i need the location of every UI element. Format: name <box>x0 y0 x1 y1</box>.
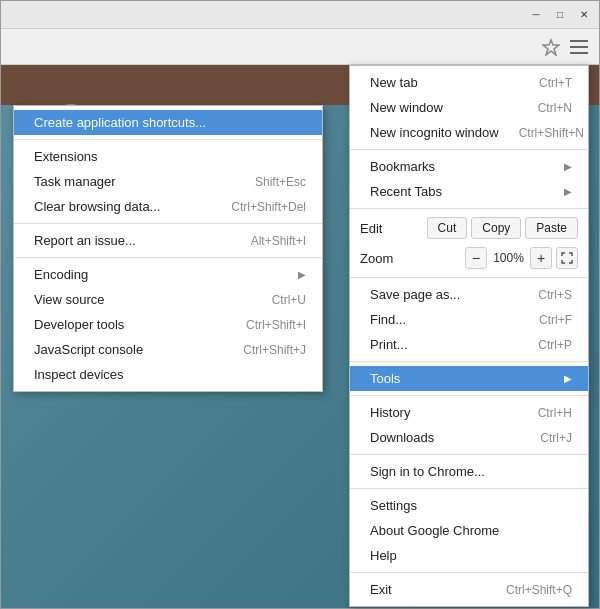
maximize-button[interactable]: □ <box>549 5 571 25</box>
zoom-controls: − 100% + <box>465 247 578 269</box>
right-sep-1 <box>350 149 588 150</box>
menu-label-inspect-devices: Inspect devices <box>34 367 124 382</box>
tools-submenu: Create application shortcuts... Extensio… <box>13 105 323 392</box>
shortcut-history: Ctrl+H <box>538 406 572 420</box>
copy-button[interactable]: Copy <box>471 217 521 239</box>
shortcut-exit: Ctrl+Shift+Q <box>506 583 572 597</box>
menu-item-new-window[interactable]: New window Ctrl+N <box>350 95 588 120</box>
menu-label-sign-in: Sign in to Chrome... <box>370 464 485 479</box>
shortcut-save-page-as: Ctrl+S <box>538 288 572 302</box>
minimize-button[interactable]: ─ <box>525 5 547 25</box>
shortcut-new-tab: Ctrl+T <box>539 76 572 90</box>
menu-item-downloads[interactable]: Downloads Ctrl+J <box>350 425 588 450</box>
right-sep-3 <box>350 277 588 278</box>
svg-rect-3 <box>570 52 588 54</box>
menu-item-clear-browsing-data[interactable]: Clear browsing data... Ctrl+Shift+Del <box>14 194 322 219</box>
shortcut-new-incognito-window: Ctrl+Shift+N <box>519 126 584 140</box>
menu-label-save-page-as: Save page as... <box>370 287 460 302</box>
menu-item-task-manager[interactable]: Task manager Shift+Esc <box>14 169 322 194</box>
menu-item-create-app-shortcuts[interactable]: Create application shortcuts... <box>14 110 322 135</box>
menu-item-new-tab[interactable]: New tab Ctrl+T <box>350 70 588 95</box>
menu-item-help[interactable]: Help <box>350 543 588 568</box>
menu-label-print: Print... <box>370 337 408 352</box>
menu-label-about-chrome: About Google Chrome <box>370 523 499 538</box>
zoom-row: Zoom − 100% + <box>350 243 588 273</box>
menu-label-clear-browsing-data: Clear browsing data... <box>34 199 160 214</box>
menu-label-extensions: Extensions <box>34 149 98 164</box>
menu-item-bookmarks[interactable]: Bookmarks ▶ <box>350 154 588 179</box>
menu-label-javascript-console: JavaScript console <box>34 342 143 357</box>
bookmarks-arrow-icon: ▶ <box>564 161 572 172</box>
svg-rect-1 <box>570 40 588 42</box>
menu-item-about-chrome[interactable]: About Google Chrome <box>350 518 588 543</box>
shortcut-new-window: Ctrl+N <box>538 101 572 115</box>
shortcut-downloads: Ctrl+J <box>540 431 572 445</box>
menu-item-exit[interactable]: Exit Ctrl+Shift+Q <box>350 577 588 602</box>
menu-label-report-issue: Report an issue... <box>34 233 136 248</box>
encoding-arrow-icon: ▶ <box>298 269 306 280</box>
chrome-menu-icon[interactable] <box>565 33 593 61</box>
close-button[interactable]: ✕ <box>573 5 595 25</box>
right-sep-7 <box>350 488 588 489</box>
zoom-plus-button[interactable]: + <box>530 247 552 269</box>
left-menu-sep-2 <box>14 223 322 224</box>
menu-label-exit: Exit <box>370 582 392 597</box>
menu-item-view-source[interactable]: View source Ctrl+U <box>14 287 322 312</box>
menu-item-report-issue[interactable]: Report an issue... Alt+Shift+I <box>14 228 322 253</box>
menu-item-inspect-devices[interactable]: Inspect devices <box>14 362 322 387</box>
menu-item-encoding[interactable]: Encoding ▶ <box>14 262 322 287</box>
menu-label-new-tab: New tab <box>370 75 418 90</box>
menu-item-settings[interactable]: Settings <box>350 493 588 518</box>
menu-label-bookmarks: Bookmarks <box>370 159 435 174</box>
zoom-label: Zoom <box>360 251 465 266</box>
right-sep-6 <box>350 454 588 455</box>
menu-label-settings: Settings <box>370 498 417 513</box>
paste-button[interactable]: Paste <box>525 217 578 239</box>
shortcut-clear-browsing-data: Ctrl+Shift+Del <box>231 200 306 214</box>
menu-item-sign-in[interactable]: Sign in to Chrome... <box>350 459 588 484</box>
title-bar: ─ □ ✕ <box>1 1 599 29</box>
menu-label-downloads: Downloads <box>370 430 434 445</box>
menu-item-find[interactable]: Find... Ctrl+F <box>350 307 588 332</box>
shortcut-javascript-console: Ctrl+Shift+J <box>243 343 306 357</box>
svg-rect-2 <box>570 46 588 48</box>
menu-label-new-incognito-window: New incognito window <box>370 125 499 140</box>
menu-label-help: Help <box>370 548 397 563</box>
menu-item-print[interactable]: Print... Ctrl+P <box>350 332 588 357</box>
menu-item-javascript-console[interactable]: JavaScript console Ctrl+Shift+J <box>14 337 322 362</box>
menu-item-extensions[interactable]: Extensions <box>14 144 322 169</box>
shortcut-task-manager: Shift+Esc <box>255 175 306 189</box>
menu-item-developer-tools[interactable]: Developer tools Ctrl+Shift+I <box>14 312 322 337</box>
shortcut-report-issue: Alt+Shift+I <box>251 234 306 248</box>
zoom-value: 100% <box>491 251 526 265</box>
menu-label-view-source: View source <box>34 292 105 307</box>
menu-label-history: History <box>370 405 410 420</box>
recent-tabs-arrow-icon: ▶ <box>564 186 572 197</box>
shortcut-view-source: Ctrl+U <box>272 293 306 307</box>
shortcut-find: Ctrl+F <box>539 313 572 327</box>
menu-item-new-incognito-window[interactable]: New incognito window Ctrl+Shift+N <box>350 120 588 145</box>
edit-row: Edit Cut Copy Paste <box>350 213 588 243</box>
menu-label-new-window: New window <box>370 100 443 115</box>
shortcut-developer-tools: Ctrl+Shift+I <box>246 318 306 332</box>
menu-item-history[interactable]: History Ctrl+H <box>350 400 588 425</box>
chrome-menu: New tab Ctrl+T New window Ctrl+N New inc… <box>349 65 589 607</box>
star-icon[interactable] <box>537 33 565 61</box>
zoom-minus-button[interactable]: − <box>465 247 487 269</box>
menu-item-save-page-as[interactable]: Save page as... Ctrl+S <box>350 282 588 307</box>
menu-label-recent-tabs: Recent Tabs <box>370 184 442 199</box>
menu-label-developer-tools: Developer tools <box>34 317 124 332</box>
menu-item-tools[interactable]: Tools ▶ <box>350 366 588 391</box>
left-menu-sep-3 <box>14 257 322 258</box>
menu-label-task-manager: Task manager <box>34 174 116 189</box>
menu-label-encoding: Encoding <box>34 267 88 282</box>
browser-toolbar <box>1 29 599 65</box>
zoom-fullscreen-button[interactable] <box>556 247 578 269</box>
shortcut-print: Ctrl+P <box>538 338 572 352</box>
browser-window: ─ □ ✕ <box>0 0 600 609</box>
menu-label-create-app-shortcuts: Create application shortcuts... <box>34 115 206 130</box>
right-sep-8 <box>350 572 588 573</box>
cut-button[interactable]: Cut <box>427 217 468 239</box>
menu-label-tools: Tools <box>370 371 400 386</box>
menu-item-recent-tabs[interactable]: Recent Tabs ▶ <box>350 179 588 204</box>
